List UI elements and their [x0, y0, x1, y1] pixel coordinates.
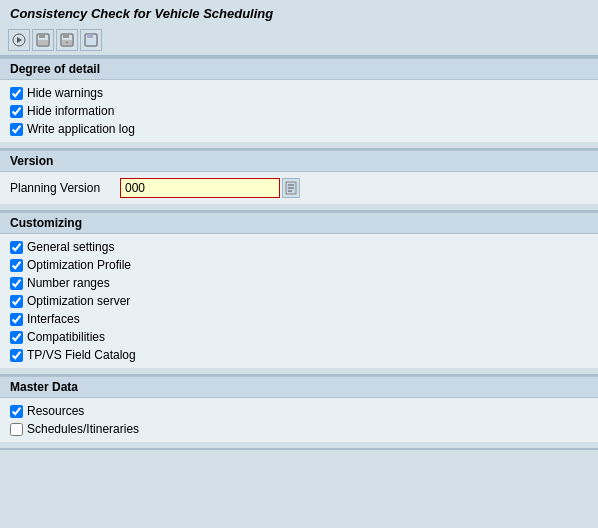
interfaces-label: Interfaces [27, 312, 80, 326]
svg-text:+: + [66, 39, 69, 45]
optimization-server-row: Optimization server [10, 292, 588, 310]
svg-marker-1 [17, 37, 22, 43]
svg-rect-6 [63, 34, 69, 38]
svg-rect-11 [86, 40, 96, 45]
toolbar: + [0, 25, 598, 56]
divider-5 [0, 448, 598, 450]
optimization-profile-checkbox[interactable] [10, 259, 23, 272]
title-bar: Consistency Check for Vehicle Scheduling [0, 0, 598, 25]
planning-version-input[interactable] [120, 178, 280, 198]
local-save-button[interactable] [80, 29, 102, 51]
customizing-header: Customizing [0, 212, 598, 234]
interfaces-checkbox[interactable] [10, 313, 23, 326]
schedules-itineraries-row: Schedules/Itineraries [10, 420, 588, 438]
degree-of-detail-header: Degree of detail [0, 58, 598, 80]
degree-of-detail-title: Degree of detail [10, 62, 100, 76]
svg-rect-3 [39, 34, 45, 38]
optimization-server-checkbox[interactable] [10, 295, 23, 308]
svg-rect-10 [87, 34, 93, 38]
schedules-itineraries-label: Schedules/Itineraries [27, 422, 139, 436]
execute-button[interactable] [8, 29, 30, 51]
hide-information-row: Hide information [10, 102, 588, 120]
svg-rect-4 [38, 40, 48, 45]
master-data-content: Resources Schedules/Itineraries [0, 398, 598, 442]
hide-warnings-checkbox[interactable] [10, 87, 23, 100]
lookup-icon [285, 181, 297, 195]
general-settings-checkbox[interactable] [10, 241, 23, 254]
local-save-icon [84, 33, 98, 47]
tpvs-field-catalog-label: TP/VS Field Catalog [27, 348, 136, 362]
resources-row: Resources [10, 402, 588, 420]
interfaces-row: Interfaces [10, 310, 588, 328]
number-ranges-row: Number ranges [10, 274, 588, 292]
write-application-log-checkbox[interactable] [10, 123, 23, 136]
resources-checkbox[interactable] [10, 405, 23, 418]
customizing-title: Customizing [10, 216, 82, 230]
master-data-title: Master Data [10, 380, 78, 394]
number-ranges-label: Number ranges [27, 276, 110, 290]
hide-information-label: Hide information [27, 104, 114, 118]
general-settings-label: General settings [27, 240, 114, 254]
planning-version-row: Planning Version [10, 178, 588, 198]
version-header: Version [0, 150, 598, 172]
write-application-log-row: Write application log [10, 120, 588, 138]
save-icon [36, 33, 50, 47]
version-title: Version [10, 154, 53, 168]
schedules-itineraries-checkbox[interactable] [10, 423, 23, 436]
degree-of-detail-content: Hide warnings Hide information Write app… [0, 80, 598, 142]
write-application-log-label: Write application log [27, 122, 135, 136]
page-title: Consistency Check for Vehicle Scheduling [10, 6, 273, 21]
number-ranges-checkbox[interactable] [10, 277, 23, 290]
planning-version-label: Planning Version [10, 181, 110, 195]
save-button[interactable] [32, 29, 54, 51]
hide-warnings-row: Hide warnings [10, 84, 588, 102]
version-content: Planning Version [0, 172, 598, 204]
hide-information-checkbox[interactable] [10, 105, 23, 118]
general-settings-row: General settings [10, 238, 588, 256]
optimization-profile-row: Optimization Profile [10, 256, 588, 274]
save-as-button[interactable]: + [56, 29, 78, 51]
compatibilities-label: Compatibilities [27, 330, 105, 344]
save-as-icon: + [60, 33, 74, 47]
main-container: Consistency Check for Vehicle Scheduling… [0, 0, 598, 450]
customizing-content: General settings Optimization Profile Nu… [0, 234, 598, 368]
master-data-header: Master Data [0, 376, 598, 398]
compatibilities-checkbox[interactable] [10, 331, 23, 344]
optimization-server-label: Optimization server [27, 294, 130, 308]
planning-version-lookup-button[interactable] [282, 178, 300, 198]
tpvs-field-catalog-checkbox[interactable] [10, 349, 23, 362]
execute-icon [12, 33, 26, 47]
tpvs-field-catalog-row: TP/VS Field Catalog [10, 346, 588, 364]
resources-label: Resources [27, 404, 84, 418]
version-input-wrapper [120, 178, 300, 198]
optimization-profile-label: Optimization Profile [27, 258, 131, 272]
compatibilities-row: Compatibilities [10, 328, 588, 346]
hide-warnings-label: Hide warnings [27, 86, 103, 100]
